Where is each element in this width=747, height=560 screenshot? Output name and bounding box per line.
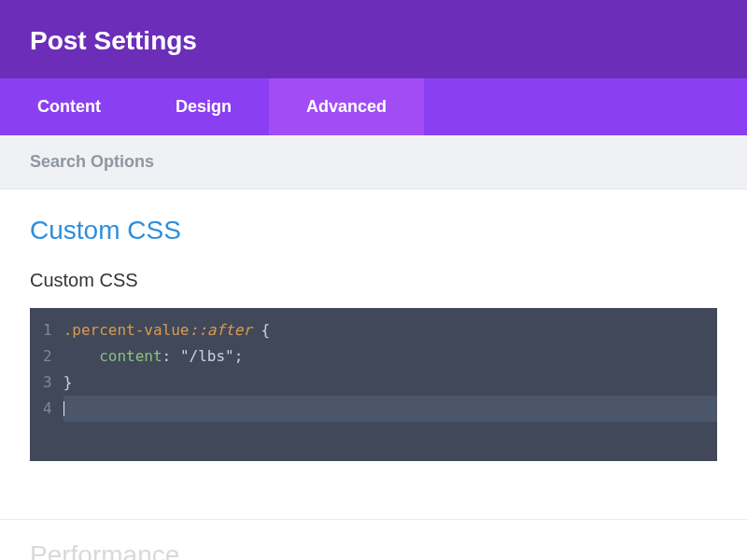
section-title-custom-css[interactable]: Custom CSS <box>30 216 717 245</box>
line-number: 3 <box>43 370 52 396</box>
code-line: } <box>63 370 717 396</box>
main-panel: Custom CSS Custom CSS 1 2 3 4 .percent-v… <box>0 189 747 480</box>
field-label-custom-css: Custom CSS <box>30 270 717 291</box>
line-number: 2 <box>43 343 52 370</box>
code-line-cursor <box>63 396 717 422</box>
line-number: 1 <box>43 317 52 343</box>
tab-design[interactable]: Design <box>138 78 269 135</box>
tabs-bar: Content Design Advanced <box>0 78 747 135</box>
code-content[interactable]: .percent-value::after { content: "/lbs";… <box>63 317 717 422</box>
code-gutter: 1 2 3 4 <box>30 317 63 422</box>
tab-advanced[interactable]: Advanced <box>269 78 424 135</box>
section-performance[interactable]: Performance <box>0 520 747 560</box>
tab-content[interactable]: Content <box>0 78 138 135</box>
code-line: .percent-value::after { <box>63 317 717 343</box>
custom-css-editor[interactable]: 1 2 3 4 .percent-value::after { content:… <box>30 308 717 461</box>
search-options[interactable]: Search Options <box>0 135 747 189</box>
line-number: 4 <box>43 396 52 422</box>
search-placeholder: Search Options <box>30 152 154 171</box>
settings-header: Post Settings <box>0 0 747 78</box>
page-title: Post Settings <box>30 26 717 56</box>
code-line: content: "/lbs"; <box>63 343 717 370</box>
section-title-performance: Performance <box>30 540 717 560</box>
